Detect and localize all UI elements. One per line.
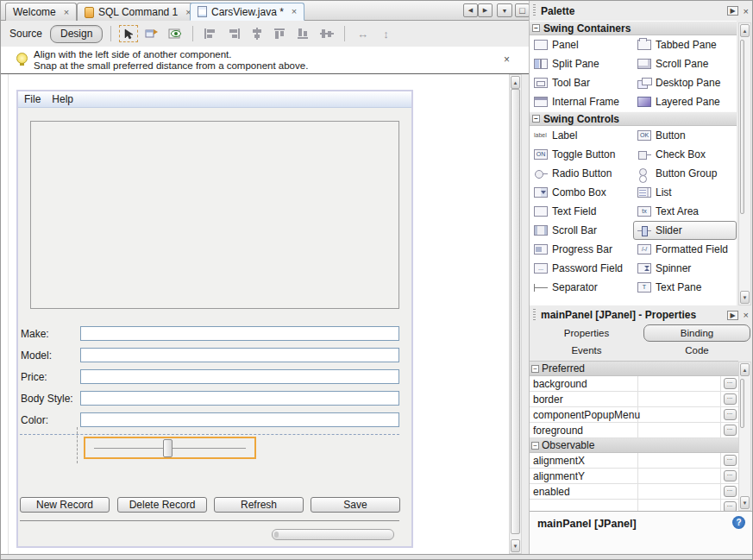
close-icon[interactable]: × — [64, 8, 69, 17]
designed-progress-bar[interactable] — [272, 529, 394, 540]
palette-item-tabbed-pane[interactable]: Tabbed Pane — [633, 35, 737, 54]
property-value[interactable] — [638, 407, 721, 422]
palette-header[interactable]: Palette ▶ × — [530, 1, 753, 21]
delete-record-button[interactable]: Delete Record — [117, 497, 207, 513]
designed-table-panel[interactable] — [30, 121, 399, 309]
scroll-up-icon[interactable]: ▲ — [511, 76, 520, 89]
center-horizontal-icon[interactable] — [248, 25, 267, 42]
palette-item-text-pane[interactable]: TText Pane — [633, 278, 737, 297]
design-view-button[interactable]: Design — [50, 25, 103, 43]
new-record-button[interactable]: New Record — [20, 497, 110, 513]
scroll-down-icon[interactable]: ▼ — [740, 496, 750, 509]
dropped-slider[interactable] — [84, 437, 256, 459]
tab-binding[interactable]: Binding — [643, 324, 750, 342]
collapse-icon[interactable]: − — [531, 365, 539, 373]
palette-item-desktop-pane[interactable]: Desktop Pane — [633, 73, 737, 92]
palette-item-radio-button[interactable]: Radio Button — [530, 164, 633, 183]
scrollbar-thumb[interactable] — [740, 40, 744, 214]
scroll-up-icon[interactable]: ▲ — [740, 24, 750, 37]
center-vertical-icon[interactable] — [317, 25, 336, 42]
collapse-icon[interactable]: − — [532, 24, 540, 32]
resize-horizontal-icon[interactable]: ↔ — [353, 25, 372, 42]
collapse-icon[interactable]: − — [531, 442, 539, 450]
save-button[interactable]: Save — [311, 497, 400, 513]
group-observable[interactable]: − Observable — [530, 438, 738, 453]
property-row-border[interactable]: border ... — [530, 392, 738, 407]
scroll-down-icon[interactable]: ▼ — [511, 539, 520, 552]
designed-menubar[interactable]: File Help — [18, 91, 411, 108]
help-icon[interactable]: ? — [732, 516, 745, 529]
close-icon[interactable]: × — [744, 310, 749, 320]
palette-item-list[interactable]: List — [633, 183, 737, 202]
ellipsis-button[interactable]: ... — [724, 425, 737, 436]
minimize-window-icon[interactable]: ▶ — [727, 6, 737, 16]
ellipsis-button[interactable]: ... — [724, 470, 737, 481]
ellipsis-button[interactable]: ... — [724, 378, 737, 389]
scrollbar-thumb[interactable] — [511, 89, 520, 534]
property-value[interactable] — [638, 423, 721, 437]
palette-item-panel[interactable]: Panel — [530, 35, 633, 54]
palette-item-spinner[interactable]: Spinner — [633, 259, 737, 278]
tab-properties[interactable]: Properties — [531, 324, 642, 342]
preview-design-icon[interactable] — [166, 25, 185, 42]
group-preferred[interactable]: − Preferred — [530, 362, 738, 376]
drag-grip-icon[interactable] — [533, 309, 536, 321]
selection-mode-icon[interactable] — [119, 25, 138, 42]
property-value[interactable] — [638, 392, 721, 406]
tab-welcome[interactable]: Welcome × — [5, 3, 77, 21]
color-field[interactable] — [80, 412, 399, 427]
refresh-button[interactable]: Refresh — [214, 497, 304, 513]
tab-code[interactable]: Code — [642, 342, 752, 359]
close-icon[interactable]: × — [744, 6, 749, 16]
palette-item-tool-bar[interactable]: Tool Bar — [530, 73, 633, 92]
scroll-up-icon[interactable]: ▲ — [740, 363, 750, 376]
palette-section-containers[interactable]: − Swing Containers — [530, 21, 737, 35]
palette-item-toggle-button[interactable]: ONToggle Button — [530, 145, 633, 164]
ellipsis-button[interactable]: ... — [724, 486, 737, 497]
connection-mode-icon[interactable] — [142, 25, 161, 42]
palette-item-password-field[interactable]: ...Password Field — [530, 259, 633, 278]
palette-item-text-area[interactable]: txText Area — [633, 202, 737, 221]
palette-item-label[interactable]: labelLabel — [530, 126, 633, 145]
ellipsis-button[interactable]: ... — [724, 409, 737, 420]
designed-frame[interactable]: File Help Make: Model: Price: Body Style… — [16, 90, 413, 548]
model-field[interactable] — [80, 348, 399, 362]
tab-carsview[interactable]: CarsView.java * × — [190, 3, 304, 21]
scroll-tabs-right-button[interactable]: ▶ — [478, 3, 493, 17]
property-value[interactable] — [638, 469, 721, 483]
palette-item-slider[interactable]: Slider — [633, 221, 737, 240]
menu-file[interactable]: File — [24, 93, 41, 105]
ellipsis-button[interactable]: ... — [724, 393, 737, 405]
tab-sql-command[interactable]: SQL Command 1 × — [77, 3, 199, 21]
body-style-field[interactable] — [80, 391, 399, 406]
property-row-alignmentX[interactable]: alignmentX ... — [530, 453, 738, 469]
align-right-icon[interactable] — [224, 25, 243, 42]
editor-scrollbar[interactable]: ▲ ▼ — [509, 74, 522, 554]
align-top-icon[interactable] — [271, 25, 290, 42]
tab-events[interactable]: Events — [531, 342, 642, 359]
align-left-icon[interactable] — [201, 25, 220, 42]
property-value[interactable] — [638, 376, 721, 391]
palette-item-scroll-pane[interactable]: Scroll Pane — [633, 54, 737, 73]
palette-item-layered-pane[interactable]: Layered Pane — [633, 92, 737, 111]
design-canvas[interactable]: File Help Make: Model: Price: Body Style… — [1, 74, 509, 554]
palette-item-text-field[interactable]: Text Field — [530, 202, 633, 221]
properties-header[interactable]: mainPanel [JPanel] - Properties ▶ × — [530, 305, 753, 324]
align-bottom-icon[interactable] — [294, 25, 313, 42]
property-value[interactable] — [638, 453, 721, 468]
palette-item-scroll-bar[interactable]: Scroll Bar — [530, 221, 633, 240]
minimize-window-icon[interactable]: ▶ — [727, 311, 737, 320]
close-icon[interactable]: × — [292, 7, 297, 16]
scroll-down-icon[interactable]: ▼ — [740, 291, 750, 304]
property-row-enabled[interactable]: enabled ... — [530, 484, 738, 500]
palette-item-combo-box[interactable]: Combo Box — [530, 183, 633, 202]
palette-section-controls[interactable]: − Swing Controls — [530, 111, 737, 126]
properties-scrollbar[interactable]: ▲ ▼ — [738, 362, 751, 511]
property-value[interactable] — [638, 484, 721, 499]
collapse-icon[interactable]: − — [532, 115, 540, 123]
property-row-componentPopupMenu[interactable]: componentPopupMenu ... — [530, 407, 738, 423]
scroll-tabs-left-button[interactable]: ◀ — [463, 3, 478, 17]
property-row-foreground[interactable]: foreground ... — [530, 423, 738, 438]
palette-scrollbar[interactable]: ▲ ▼ — [738, 22, 751, 305]
palette-item-button[interactable]: OKButton — [633, 126, 737, 145]
